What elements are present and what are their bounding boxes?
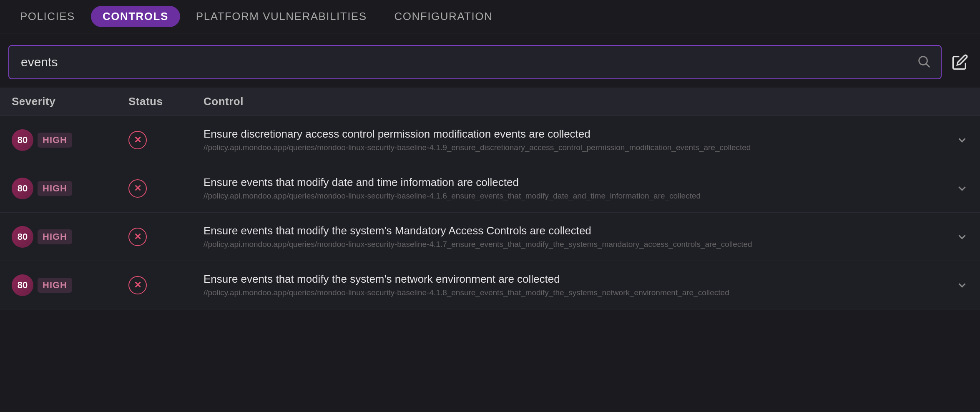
- severity-label: HIGH: [38, 278, 72, 293]
- status-fail-icon: ✕: [128, 179, 147, 198]
- table-row[interactable]: 80 HIGH ✕ Ensure events that modify the …: [0, 213, 980, 261]
- control-cell: Ensure events that modify date and time …: [204, 176, 943, 201]
- control-url: //policy.api.mondoo.app/queries/mondoo-l…: [204, 240, 943, 249]
- status-fail-icon: ✕: [128, 131, 147, 149]
- control-title: Ensure discretionary access control perm…: [204, 128, 943, 141]
- severity-score: 80: [12, 178, 33, 199]
- control-url: //policy.api.mondoo.app/queries/mondoo-l…: [204, 191, 943, 201]
- search-input[interactable]: [9, 46, 941, 78]
- control-cell: Ensure discretionary access control perm…: [204, 128, 943, 152]
- header-severity: Severity: [12, 95, 128, 108]
- severity-badge: 80 HIGH: [12, 129, 128, 151]
- table-row[interactable]: 80 HIGH ✕ Ensure events that modify date…: [0, 164, 980, 213]
- control-title: Ensure events that modify date and time …: [204, 176, 943, 189]
- search-icon: [917, 54, 931, 70]
- tab-configuration[interactable]: CONFIGURATION: [383, 6, 505, 27]
- control-url: //policy.api.mondoo.app/queries/mondoo-l…: [204, 143, 943, 152]
- chevron-cell[interactable]: [943, 231, 968, 243]
- control-title: Ensure events that modify the system's n…: [204, 273, 943, 286]
- search-section: [0, 33, 980, 88]
- search-wrapper: [8, 45, 942, 79]
- top-nav: POLICIES CONTROLS PLATFORM VULNERABILITI…: [0, 0, 980, 33]
- control-url: //policy.api.mondoo.app/queries/mondoo-l…: [204, 288, 943, 297]
- svg-point-0: [919, 57, 927, 65]
- table-header: Severity Status Control: [0, 88, 980, 116]
- severity-label: HIGH: [38, 181, 72, 196]
- severity-score: 80: [12, 129, 33, 151]
- svg-line-1: [926, 64, 930, 67]
- header-status: Status: [128, 95, 204, 108]
- status-fail-icon: ✕: [128, 228, 147, 246]
- edit-button[interactable]: [948, 50, 972, 74]
- control-cell: Ensure events that modify the system's n…: [204, 273, 943, 297]
- severity-badge: 80 HIGH: [12, 178, 128, 199]
- control-cell: Ensure events that modify the system's M…: [204, 224, 943, 249]
- controls-table: Severity Status Control 80 HIGH ✕ Ensure…: [0, 88, 980, 309]
- severity-badge: 80 HIGH: [12, 274, 128, 296]
- severity-label: HIGH: [38, 133, 72, 148]
- chevron-cell[interactable]: [943, 279, 968, 291]
- severity-badge: 80 HIGH: [12, 226, 128, 248]
- table-row[interactable]: 80 HIGH ✕ Ensure discretionary access co…: [0, 116, 980, 164]
- header-control: Control: [204, 95, 968, 108]
- chevron-cell[interactable]: [943, 182, 968, 195]
- status-fail-icon: ✕: [128, 276, 147, 294]
- chevron-cell[interactable]: [943, 134, 968, 146]
- tab-platform-vulnerabilities[interactable]: PLATFORM VULNERABILITIES: [184, 6, 379, 27]
- status-cell: ✕: [128, 179, 204, 198]
- status-cell: ✕: [128, 131, 204, 149]
- severity-label: HIGH: [38, 229, 72, 244]
- severity-score: 80: [12, 274, 33, 296]
- status-cell: ✕: [128, 276, 204, 294]
- table-row[interactable]: 80 HIGH ✕ Ensure events that modify the …: [0, 261, 980, 309]
- severity-score: 80: [12, 226, 33, 248]
- status-cell: ✕: [128, 228, 204, 246]
- control-title: Ensure events that modify the system's M…: [204, 224, 943, 237]
- tab-policies[interactable]: POLICIES: [8, 6, 87, 27]
- tab-controls[interactable]: CONTROLS: [91, 6, 180, 27]
